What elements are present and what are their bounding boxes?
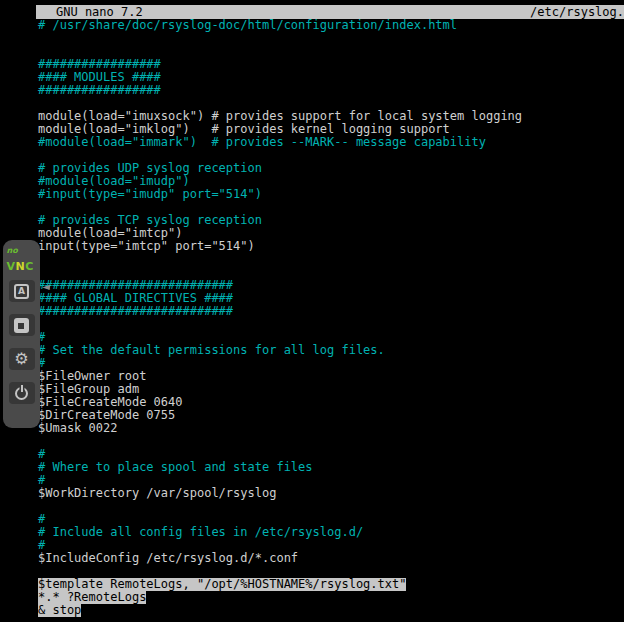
editor-line xyxy=(36,266,624,279)
editor-line xyxy=(36,435,624,448)
editor-line: $Umask 0022 xyxy=(36,422,624,435)
editor-line: $DirCreateMode 0755 xyxy=(36,409,624,422)
editor-line: # xyxy=(36,539,624,552)
editor-line xyxy=(36,97,624,110)
nano-titlebar: GNU nano 7.2 /etc/rsyslog. xyxy=(36,5,624,19)
editor-line: # provides TCP syslog reception xyxy=(36,214,624,227)
selected-text: & stop xyxy=(38,604,81,617)
editor-line: *.* ?RemoteLogs xyxy=(36,591,624,604)
nano-terminal[interactable]: GNU nano 7.2 /etc/rsyslog. # /usr/share/… xyxy=(36,5,624,622)
editor-line xyxy=(36,45,624,58)
editor-line: #### MODULES #### xyxy=(36,71,624,84)
editor-line: # Where to place spool and state files xyxy=(36,461,624,474)
editor-line: input(type="imtcp" port="514") xyxy=(36,240,624,253)
settings-button[interactable]: ⚙ xyxy=(9,348,35,370)
power-icon xyxy=(15,387,28,400)
selected-text: $template RemoteLogs, "/opt/%HOSTNAME%/r… xyxy=(38,578,406,591)
editor-line xyxy=(36,32,624,45)
editor-line: $FileGroup adm xyxy=(36,383,624,396)
fullscreen-button[interactable] xyxy=(9,314,35,336)
editor-line: $IncludeConfig /etc/rsyslog.d/*.conf xyxy=(36,552,624,565)
editor-line xyxy=(36,318,624,331)
editor-line: $template RemoteLogs, "/opt/%HOSTNAME%/r… xyxy=(36,578,624,591)
editor-line: # xyxy=(36,331,624,344)
editor-line: ########################### xyxy=(36,305,624,318)
novnc-logo-no: no xyxy=(7,247,37,255)
editor-content[interactable]: # /usr/share/doc/rsyslog-doc/html/config… xyxy=(36,19,624,617)
editor-line: #module(load="imudp") xyxy=(36,175,624,188)
editor-line xyxy=(36,149,624,162)
editor-line: # xyxy=(36,448,624,461)
editor-line: $WorkDirectory /var/spool/rsyslog xyxy=(36,487,624,500)
editor-line: module(load="imklog") # provides kernel … xyxy=(36,123,624,136)
editor-line: # xyxy=(36,474,624,487)
editor-line: # Include all config files in /etc/rsysl… xyxy=(36,526,624,539)
editor-line: ################# xyxy=(36,84,624,97)
novnc-control-bar[interactable]: no VNC A ⚙ xyxy=(3,240,40,428)
editor-line xyxy=(36,500,624,513)
novnc-logo-vnc: VNC xyxy=(7,260,34,273)
clipboard-button[interactable]: A xyxy=(9,280,35,302)
editor-line: module(load="imuxsock") # provides suppo… xyxy=(36,110,624,123)
editor-line: $FileOwner root xyxy=(36,370,624,383)
editor-line xyxy=(36,201,624,214)
editor-line: #### GLOBAL DIRECTIVES #### xyxy=(36,292,624,305)
editor-line: ################# xyxy=(36,58,624,71)
power-button[interactable] xyxy=(9,382,35,404)
fullscreen-icon xyxy=(14,318,29,333)
editor-line: # provides UDP syslog reception xyxy=(36,162,624,175)
toolbar-collapse-handle[interactable]: ◄ xyxy=(42,281,50,293)
logo-letter: C xyxy=(25,260,34,273)
logo-letter: N xyxy=(16,260,26,273)
nano-filename: /etc/rsyslog. xyxy=(530,5,624,19)
clipboard-icon: A xyxy=(14,284,29,299)
editor-line: # Set the default permissions for all lo… xyxy=(36,344,624,357)
editor-line: # /usr/share/doc/rsyslog-doc/html/config… xyxy=(36,19,624,32)
editor-line: $FileCreateMode 0640 xyxy=(36,396,624,409)
nano-version-title: GNU nano 7.2 xyxy=(56,5,143,19)
selected-text: *.* ?RemoteLogs xyxy=(38,591,146,604)
editor-line xyxy=(36,253,624,266)
editor-line: #input(type="imudp" port="514") xyxy=(36,188,624,201)
editor-line: & stop xyxy=(36,604,624,617)
editor-line: module(load="imtcp") xyxy=(36,227,624,240)
editor-line: # xyxy=(36,513,624,526)
novnc-logo: no VNC xyxy=(7,247,37,268)
editor-line xyxy=(36,565,624,578)
editor-line: # xyxy=(36,357,624,370)
editor-line: #module(load="immark") # provides --MARK… xyxy=(36,136,624,149)
logo-letter: V xyxy=(7,260,16,273)
editor-line: ########################### xyxy=(36,279,624,292)
gear-icon: ⚙ xyxy=(14,351,28,367)
